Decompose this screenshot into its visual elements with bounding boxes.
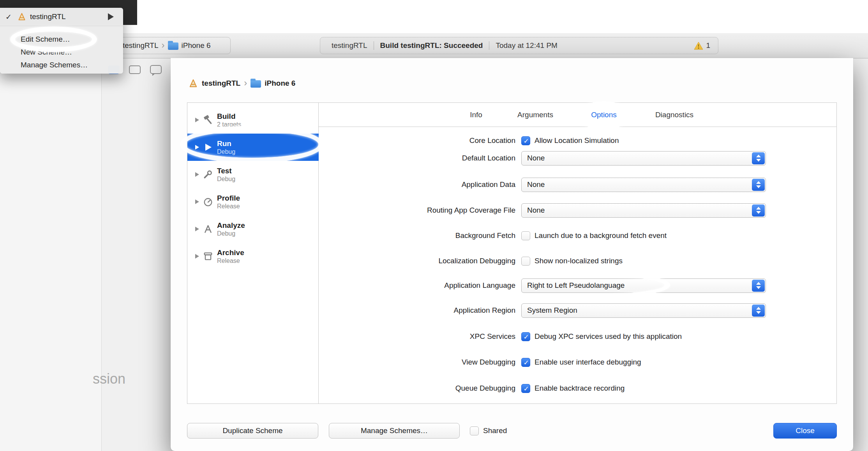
scheme-icon [188, 78, 198, 88]
analyze-icon [202, 224, 214, 234]
shared-option: Shared [470, 423, 507, 439]
tab-diagnostics[interactable]: Diagnostics [655, 103, 693, 127]
warning-count: 1 [706, 41, 710, 50]
manage-schemes-button[interactable]: Manage Schemes… [329, 423, 460, 439]
sidebar-item-run[interactable]: Run Debug [187, 134, 319, 161]
background-fetch-checkbox[interactable] [521, 231, 530, 240]
activity-status-bar[interactable]: testingRTL Build testingRTL: Succeeded T… [320, 37, 718, 54]
sidebar-item-detail: Debug [217, 230, 245, 238]
gauge-icon [202, 197, 214, 207]
menu-item-edit-scheme[interactable]: Edit Scheme… [0, 33, 123, 46]
disclosure-triangle-icon[interactable] [195, 118, 199, 122]
scheme-menu-current-item[interactable]: ✓ testingRTL [0, 8, 123, 26]
sidebar-item-detail: Debug [217, 175, 235, 183]
tab-arguments[interactable]: Arguments [517, 103, 553, 127]
sidebar-item-name: Archive [217, 248, 244, 257]
xcode-toolbar: testingRTL iPhone 6 testingRTL Build tes… [0, 33, 868, 58]
warning-badge[interactable]: 1 [694, 41, 710, 50]
checkbox-label: Launch due to a background fetch event [535, 231, 667, 240]
status-divider [489, 41, 489, 50]
play-icon [202, 143, 214, 152]
simulator-folder-icon [251, 80, 261, 88]
field-label: Core Location [319, 136, 515, 145]
comment-bubble-icon[interactable] [150, 65, 162, 74]
application-language-popup[interactable]: Right to Left Pseudolanguage [521, 278, 766, 293]
field-label: Application Data [319, 180, 515, 189]
close-button[interactable]: Close [773, 423, 837, 439]
default-location-row: Default Location None [319, 150, 836, 166]
background-fetch-row: Background Fetch Launch due to a backgro… [319, 228, 836, 243]
application-language-row: Application Language Right to Left Pseud… [319, 278, 836, 293]
sidebar-item-profile[interactable]: Profile Release [187, 188, 319, 215]
scheme-actions-sidebar: Build 2 targets Run Debug [187, 103, 319, 403]
queue-debugging-row: Queue Debugging Enable backtrace recordi… [319, 381, 836, 396]
popup-stepper-icon [752, 280, 765, 292]
routing-app-coverage-file-popup[interactable]: None [521, 203, 766, 218]
status-divider [374, 41, 374, 50]
toolbar-destination-label[interactable]: iPhone 6 [182, 41, 211, 50]
popup-stepper-icon [752, 204, 765, 217]
sidebar-item-test[interactable]: Test Debug [187, 161, 319, 188]
field-label: Default Location [319, 154, 515, 162]
toolbar-scheme-label[interactable]: testingRTL [123, 41, 159, 50]
xpc-services-checkbox[interactable] [521, 332, 530, 341]
disclosure-triangle-icon[interactable] [195, 227, 199, 231]
application-data-popup[interactable]: None [521, 178, 766, 192]
disclosure-triangle-icon[interactable] [195, 254, 199, 259]
duplicate-scheme-button[interactable]: Duplicate Scheme [187, 423, 318, 439]
view-debugging-checkbox[interactable] [521, 358, 530, 367]
tab-info[interactable]: Info [470, 103, 482, 127]
tab-outline-icon[interactable] [129, 65, 141, 74]
disclosure-triangle-icon[interactable] [195, 172, 199, 177]
popup-value: None [527, 154, 545, 162]
sheet-scheme-breadcrumb[interactable]: testingRTL iPhone 6 [188, 78, 295, 88]
shared-checkbox[interactable] [470, 426, 479, 435]
checkbox-label: Enable backtrace recording [535, 384, 625, 393]
application-region-row: Application Region System Region [319, 303, 836, 318]
sheet-scheme-name[interactable]: testingRTL [202, 79, 240, 88]
scheme-icon [16, 12, 27, 21]
hammer-icon [202, 115, 214, 125]
sidebar-item-name: Run [217, 139, 235, 148]
localization-debugging-checkbox[interactable] [521, 257, 530, 266]
archive-box-icon [202, 251, 214, 261]
sidebar-item-archive[interactable]: Archive Release [187, 243, 319, 270]
field-label: Routing App Coverage File [319, 206, 515, 215]
play-icon[interactable] [108, 13, 114, 20]
checkbox-label: Show non-localized strings [535, 257, 623, 265]
checkmark-icon: ✓ [5, 12, 14, 21]
disclosure-triangle-icon[interactable] [195, 199, 199, 204]
scheme-menu-scheme-name: testingRTL [30, 12, 66, 21]
field-label: Queue Debugging [319, 384, 515, 393]
popup-stepper-icon [752, 179, 765, 191]
popup-stepper-icon [752, 152, 765, 164]
default-location-popup[interactable]: None [521, 151, 766, 166]
status-time: Today at 12:41 PM [496, 41, 557, 50]
scheme-destination-selector[interactable]: testingRTL iPhone 6 [117, 37, 231, 54]
application-region-popup[interactable]: System Region [521, 303, 766, 318]
sidebar-item-name: Profile [217, 194, 240, 203]
field-label: View Debugging [319, 358, 515, 366]
popup-value: None [527, 206, 545, 215]
tab-options[interactable]: Options [591, 103, 616, 127]
checkbox-label: Enable user interface debugging [535, 358, 641, 366]
allow-location-simulation-checkbox[interactable] [521, 136, 530, 145]
scheme-dropdown-menu: ✓ testingRTL Edit Scheme… New Scheme… Ma… [0, 8, 123, 74]
editor-no-selection-text: ssion [93, 371, 125, 387]
sidebar-item-build[interactable]: Build 2 targets [187, 106, 319, 134]
xpc-services-row: XPC Services Debug XPC services used by … [319, 329, 836, 344]
disclosure-triangle-icon[interactable] [195, 145, 199, 150]
status-project: testingRTL [332, 41, 367, 50]
button-label: Manage Schemes… [361, 426, 428, 435]
sidebar-item-analyze[interactable]: Analyze Debug [187, 215, 319, 243]
scheme-editor-box: Build 2 targets Run Debug [187, 102, 837, 404]
edit-scheme-sheet: testingRTL iPhone 6 Build 2 targets [171, 58, 853, 451]
menu-item-manage-schemes[interactable]: Manage Schemes… [0, 58, 123, 71]
sheet-destination-name[interactable]: iPhone 6 [265, 79, 295, 88]
navigator-pane [0, 58, 102, 451]
warning-triangle-icon [694, 42, 703, 50]
options-tabbar: Info Arguments Options Diagnostics [319, 103, 836, 127]
core-location-row: Core Location Allow Location Simulation [319, 133, 836, 148]
menu-item-new-scheme[interactable]: New Scheme… [0, 46, 123, 58]
queue-debugging-checkbox[interactable] [521, 384, 530, 393]
